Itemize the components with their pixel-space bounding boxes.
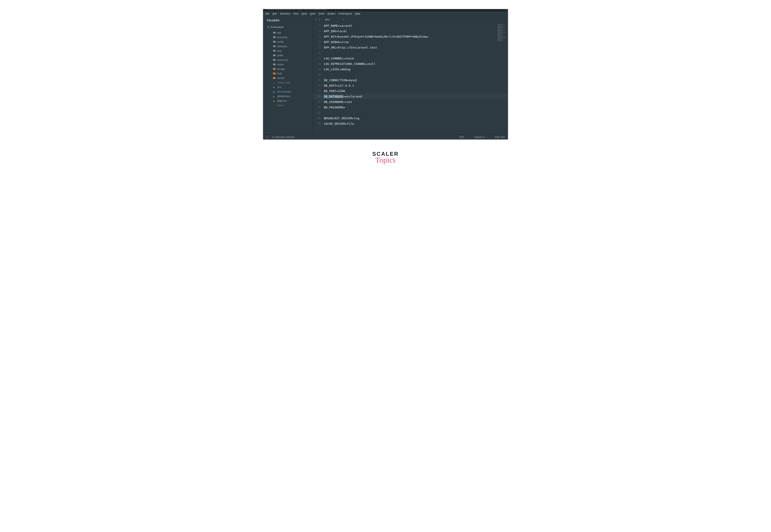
sidebar-item-vendor[interactable]: vendor	[266, 76, 313, 80]
code-line[interactable]: 11DB_CONNECTION=mysql	[313, 77, 508, 83]
sidebar-item-env[interactable]: .env	[266, 85, 313, 89]
sidebar-item-public[interactable]: public	[266, 53, 313, 58]
sidebar-item-storage[interactable]: storage	[266, 67, 313, 71]
status-panel-icon[interactable]	[266, 136, 268, 138]
code-line[interactable]: 10	[313, 72, 508, 77]
code-text: DB_HOST=127.0.0.1	[324, 84, 354, 87]
tab-env[interactable]: .env ×	[322, 17, 346, 22]
line-number: 7	[313, 57, 324, 60]
sidebar-item-database[interactable]: database	[266, 44, 313, 49]
code-line[interactable]: 16DB_PASSWORD=	[313, 105, 508, 110]
folder-icon	[273, 77, 276, 79]
sidebar-item-routes[interactable]: routes	[266, 62, 313, 67]
code-line[interactable]: 12DB_HOST=127.0.0.1	[313, 83, 508, 88]
line-number: 1	[313, 24, 324, 27]
code-text: CACHE_DRIVER=file	[324, 122, 354, 125]
code-line[interactable]: 8LOG_DEPRECATIONS_CHANNEL=null	[313, 61, 508, 66]
code-line[interactable]: 14DB_DATABASE=envlaravel	[313, 94, 508, 99]
folder-root[interactable]: EnvLaravel	[266, 25, 313, 29]
status-zoom[interactable]: 55%	[459, 136, 464, 138]
window-titlebar: C:\xampp\htdocs\test\EnvLaravel\.env (En…	[263, 9, 508, 11]
sidebar-item-label: public	[277, 54, 283, 57]
sidebar-title: FOLDERS	[266, 19, 313, 22]
status-spaces[interactable]: Spaces: 4	[474, 136, 484, 138]
sidebar-item-editorconfig[interactable]: .editorconfig	[266, 80, 313, 85]
menu-find[interactable]: Find	[293, 12, 298, 15]
code-text: APP_URL=http://EnvLaravel.test	[324, 46, 377, 49]
menu-selection[interactable]: Selection	[280, 12, 290, 15]
code-text: DB_USERNAME=root	[324, 100, 352, 104]
code-line[interactable]: 1APP_NAME=Laravel	[313, 23, 508, 28]
sidebar-item-bootstrap[interactable]: bootstrap	[266, 35, 313, 39]
line-number: 18	[313, 117, 324, 120]
nav-back-icon[interactable]: ‹	[315, 18, 317, 21]
sidebar-item-label: resources	[277, 59, 288, 61]
code-line[interactable]: 7LOG_CHANNEL=stack	[313, 56, 508, 61]
line-number: 11	[313, 78, 324, 82]
menu-tools[interactable]: Tools	[319, 12, 325, 15]
code-text: APP_ENV=local	[324, 29, 347, 33]
line-number: 16	[313, 106, 324, 109]
status-selection: 11 characters selected	[272, 136, 295, 138]
folder-icon	[273, 50, 276, 52]
line-number: 17	[313, 111, 324, 114]
code-line[interactable]: 18BROADCAST_DRIVER=log	[313, 115, 508, 121]
sidebar-item-resources[interactable]: resources	[266, 58, 313, 62]
sidebar-item-config[interactable]: config	[266, 39, 313, 44]
menu-view[interactable]: View	[301, 12, 307, 15]
sidebar-item-label: vendor	[277, 77, 285, 79]
menu-preferences[interactable]: Preferences	[339, 12, 352, 15]
line-number: 5	[313, 46, 324, 49]
editor-pane: ‹ › .env × 1APP_NAME=Laravel2APP_ENV=loc…	[313, 16, 508, 134]
menu-edit[interactable]: Edit	[273, 12, 277, 15]
sidebar-item-label: tests	[277, 72, 282, 75]
code-text: DB_CONNECTION=mysql	[324, 78, 358, 82]
tab-label: .env	[325, 18, 329, 21]
menu-file[interactable]: File	[265, 12, 269, 15]
sidebar-item-label: bootstrap	[277, 36, 287, 39]
code-line[interactable]: 13DB_PORT=3306	[313, 88, 508, 94]
code-text: APP_DEBUG=true	[324, 40, 349, 44]
line-number: 2	[313, 29, 324, 33]
line-number: 19	[313, 122, 324, 125]
logo-topics: Topics	[372, 156, 399, 164]
sidebar-item-gitignore[interactable]: .gitignore	[266, 98, 313, 103]
status-syntax[interactable]: Plain Text	[495, 136, 505, 138]
sidebar-item-label: .editorconfig	[277, 81, 290, 84]
menu-goto[interactable]: Goto	[310, 12, 315, 15]
folder-open-icon	[267, 26, 270, 28]
code-line[interactable]: 2APP_ENV=local	[313, 28, 508, 34]
sidebar-item-label: routes	[277, 63, 284, 66]
tab-close-icon[interactable]: ×	[343, 18, 344, 21]
menu-help[interactable]: Help	[355, 12, 360, 15]
gear-icon	[273, 81, 275, 84]
code-line[interactable]: 15DB_USERNAME=root	[313, 99, 508, 105]
menu-project[interactable]: Project	[328, 12, 335, 15]
sidebar-item-env.example[interactable]: .env.example	[266, 89, 313, 94]
line-number: 6	[313, 51, 324, 54]
sidebar-item-app[interactable]: app	[266, 30, 313, 35]
close-icon[interactable]: ✕	[506, 9, 507, 11]
sidebar-item-lang[interactable]: lang	[266, 49, 313, 53]
code-editor[interactable]: 1APP_NAME=Laravel2APP_ENV=local3APP_KEY=…	[313, 23, 508, 134]
sidebar-item-tests[interactable]: tests	[266, 71, 313, 76]
code-line[interactable]: 19CACHE_DRIVER=file	[313, 121, 508, 126]
folder-tree: appbootstrapconfigdatabaselangpublicreso…	[266, 30, 313, 107]
code-line[interactable]: 4APP_DEBUG=true	[313, 39, 508, 45]
code-line[interactable]: 9LOG_LEVEL=debug	[313, 66, 508, 72]
sidebar-item-label: lang	[277, 49, 282, 52]
minimize-icon[interactable]: —	[500, 10, 502, 11]
nav-forward-icon[interactable]: ›	[319, 18, 321, 21]
sidebar-item-label: .env	[277, 86, 281, 88]
sidebar-item-artisan[interactable]: artisan	[266, 103, 313, 107]
sidebar-item-gitattributes[interactable]: .gitattributes	[266, 94, 313, 98]
code-line[interactable]: 5APP_URL=http://EnvLaravel.test	[313, 45, 508, 50]
code-line[interactable]: 6	[313, 50, 508, 56]
code-line[interactable]: 3APP_KEY=base64:JFHzq+K+IUXNbYmoHnLMnrlz…	[313, 34, 508, 39]
line-number: 15	[313, 100, 324, 103]
sidebar-item-label: .env.example	[277, 90, 291, 93]
main-area: FOLDERS EnvLaravel appbootstrapconfigdat…	[263, 16, 508, 134]
tab-bar: ‹ › .env ×	[313, 16, 508, 23]
code-line[interactable]: 17	[313, 110, 508, 115]
minimap[interactable]	[498, 24, 507, 45]
